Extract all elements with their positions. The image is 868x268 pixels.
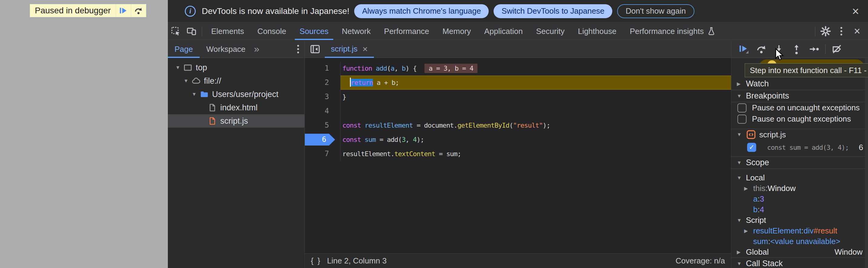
tab-memory[interactable]: Memory bbox=[436, 23, 477, 40]
step-out-button[interactable] bbox=[788, 41, 805, 57]
tab-sources[interactable]: Sources bbox=[293, 23, 335, 40]
chevron-right-icon[interactable]: ▶ bbox=[744, 228, 753, 234]
code-line-text[interactable]: const resultElement = document.getElemen… bbox=[341, 118, 731, 132]
tab-page[interactable]: Page bbox=[168, 40, 200, 58]
tab-console[interactable]: Console bbox=[251, 23, 293, 40]
inspect-element-button[interactable] bbox=[168, 23, 184, 39]
always-match-language-button[interactable]: Always match Chrome's language bbox=[354, 4, 489, 18]
breakpoint-marker[interactable]: 6 bbox=[305, 134, 335, 146]
code-line-text[interactable]: const sum = add(3, 4); bbox=[341, 132, 731, 147]
chevron-down-icon[interactable]: ▼ bbox=[190, 92, 199, 97]
chevron-right-icon[interactable]: ▶ bbox=[737, 249, 746, 255]
line-number-gutter[interactable]: 7 bbox=[305, 147, 341, 161]
line-number-gutter[interactable]: 1 bbox=[305, 61, 341, 76]
line-number[interactable]: 5 bbox=[325, 121, 329, 129]
scope-entry-a[interactable]: a: 3 bbox=[731, 194, 868, 204]
chevron-down-icon[interactable]: ▼ bbox=[173, 65, 182, 70]
chevron-right-icon[interactable]: ▶ bbox=[744, 185, 753, 191]
more-tabs-button[interactable]: » bbox=[252, 43, 261, 55]
checkbox-unchecked[interactable] bbox=[737, 103, 746, 113]
code-line-text[interactable]: } bbox=[341, 90, 731, 104]
line-number-gutter[interactable]: 5 bbox=[305, 118, 341, 132]
tree-item-script-js[interactable]: script.js bbox=[168, 114, 305, 128]
chevron-down-icon[interactable]: ▼ bbox=[737, 175, 746, 181]
tab-application[interactable]: Application bbox=[477, 23, 529, 40]
resume-icon bbox=[738, 43, 749, 55]
tab-performance-insights[interactable]: Performance insights bbox=[623, 23, 722, 40]
code-line[interactable]: 2 return a + b; bbox=[305, 76, 731, 90]
line-number-gutter[interactable]: 3 bbox=[305, 90, 341, 104]
dont-show-again-button[interactable]: Don't show again bbox=[617, 4, 694, 18]
line-number[interactable]: 4 bbox=[325, 107, 329, 115]
switch-to-japanese-button[interactable]: Switch DevTools to Japanese bbox=[494, 4, 612, 18]
tree-item-top[interactable]: ▼top bbox=[168, 61, 305, 74]
pause-caught-exceptions-row[interactable]: Pause on caught exceptions bbox=[731, 113, 868, 125]
code-line-text[interactable]: function add(a, b) {a = 3, b = 4 bbox=[341, 61, 731, 76]
chevron-down-icon[interactable]: ▼ bbox=[182, 78, 191, 84]
code-editor[interactable]: 1function add(a, b) {a = 3, b = 42 retur… bbox=[305, 58, 731, 254]
breakpoint-entry[interactable]: ✓ const sum = add(3, 4); 6 bbox=[731, 141, 868, 153]
code-token: ) { bbox=[405, 65, 416, 72]
chevron-down-icon[interactable]: ▼ bbox=[737, 218, 746, 223]
tab-close-icon[interactable]: × bbox=[362, 44, 368, 54]
tab-network[interactable]: Network bbox=[335, 23, 377, 40]
code-line[interactable]: 6const sum = add(3, 4); bbox=[305, 132, 731, 147]
scope-entry-resultElement[interactable]: ▶resultElement: div#result bbox=[731, 226, 868, 236]
line-number-gutter[interactable]: 4 bbox=[305, 104, 341, 118]
scope-entry-value: <value unavailable> bbox=[770, 237, 840, 246]
deactivate-breakpoints-button[interactable] bbox=[828, 41, 845, 57]
section-watch[interactable]: ▶ Watch bbox=[731, 78, 868, 90]
editor-tab-scriptjs[interactable]: script.js × bbox=[325, 40, 374, 58]
line-number[interactable]: 7 bbox=[325, 149, 329, 158]
scope-entry-this[interactable]: ▶this: Window bbox=[731, 183, 868, 194]
scope-entry-sum[interactable]: sum: <value unavailable> bbox=[731, 236, 868, 247]
code-line[interactable]: 3} bbox=[305, 90, 731, 104]
tab-elements[interactable]: Elements bbox=[205, 23, 251, 40]
settings-button[interactable] bbox=[818, 23, 833, 39]
code-line[interactable]: 4 bbox=[305, 104, 731, 118]
step-over-button[interactable] bbox=[752, 41, 770, 57]
code-line[interactable]: 7resultElement.textContent = sum; bbox=[305, 147, 731, 161]
code-line-text[interactable]: return a + b; bbox=[341, 76, 731, 90]
infobar-close-button[interactable]: × bbox=[848, 4, 863, 18]
line-number-gutter[interactable]: 2 bbox=[305, 76, 341, 90]
code-line[interactable]: 1function add(a, b) {a = 3, b = 4 bbox=[305, 61, 731, 76]
code-token: function bbox=[342, 65, 372, 72]
line-number-gutter[interactable]: 6 bbox=[305, 132, 341, 147]
section-call-stack[interactable]: ▼ Call Stack bbox=[731, 258, 868, 268]
toggle-device-toolbar-button[interactable] bbox=[184, 23, 199, 39]
tree-item-index-html[interactable]: index.html bbox=[168, 101, 305, 114]
breakpoint-file-group[interactable]: ▼ script.js bbox=[731, 129, 868, 140]
scope-entry-name: b bbox=[753, 205, 757, 214]
tab-workspace[interactable]: Workspace bbox=[200, 40, 252, 58]
checkbox-checked[interactable]: ✓ bbox=[747, 143, 756, 152]
line-number[interactable]: 2 bbox=[325, 78, 329, 87]
scope-group-script[interactable]: ▼Script bbox=[731, 215, 868, 226]
navigator-menu-button[interactable] bbox=[297, 45, 299, 53]
section-breakpoints[interactable]: ▼ Breakpoints bbox=[731, 90, 868, 102]
code-line-text[interactable] bbox=[341, 104, 731, 118]
code-line[interactable]: 5const resultElement = document.getEleme… bbox=[305, 118, 731, 132]
scope-entry-b[interactable]: b: 4 bbox=[731, 204, 868, 215]
resume-script-button[interactable] bbox=[735, 41, 752, 57]
checkbox-unchecked[interactable] bbox=[737, 115, 746, 124]
step-button[interactable] bbox=[805, 41, 823, 57]
line-number[interactable]: 3 bbox=[325, 92, 329, 101]
resume-script-button[interactable] bbox=[116, 4, 131, 17]
pretty-print-button[interactable]: { } bbox=[311, 256, 321, 266]
line-number[interactable]: 1 bbox=[325, 64, 329, 72]
devtools-close-button[interactable]: × bbox=[849, 23, 865, 39]
pause-uncaught-exceptions-row[interactable]: Pause on uncaught exceptions bbox=[731, 102, 868, 113]
step-over-button-banner[interactable] bbox=[131, 4, 146, 17]
scope-group-local[interactable]: ▼Local bbox=[731, 173, 868, 183]
hide-navigator-button[interactable] bbox=[307, 41, 323, 57]
tree-item-Users-user-project[interactable]: ▼Users/user/project bbox=[168, 88, 305, 101]
tab-lighthouse[interactable]: Lighthouse bbox=[571, 23, 623, 40]
devtools-menu-button[interactable] bbox=[833, 23, 849, 39]
scope-group-global[interactable]: ▶GlobalWindow bbox=[731, 247, 868, 258]
tab-security[interactable]: Security bbox=[530, 23, 571, 40]
code-line-text[interactable]: resultElement.textContent = sum; bbox=[341, 147, 731, 161]
section-scope[interactable]: ▼ Scope bbox=[731, 157, 868, 169]
tree-item-file-[interactable]: ▼file:// bbox=[168, 74, 305, 88]
tab-performance[interactable]: Performance bbox=[377, 23, 436, 40]
